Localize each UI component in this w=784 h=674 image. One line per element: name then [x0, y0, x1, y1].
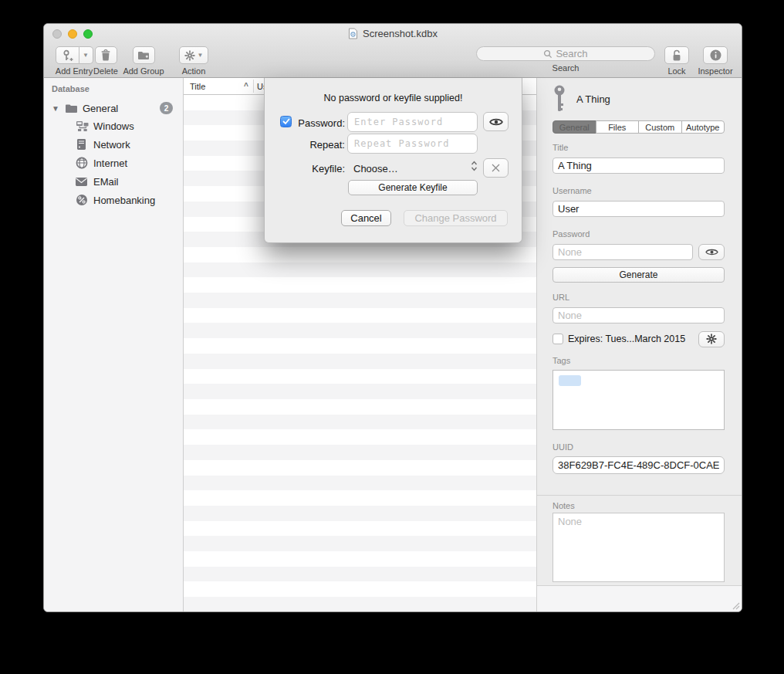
sheet-message: No password or keyfile supplied!: [265, 93, 522, 103]
search-group: Search Search: [476, 46, 655, 73]
url-label: URL: [553, 293, 725, 303]
lock-button[interactable]: [664, 46, 689, 64]
stepper-icon[interactable]: [471, 160, 478, 175]
add-entry-button[interactable]: ▼: [56, 46, 93, 64]
network-computers-icon: [76, 120, 89, 132]
keyfile-label: Keyfile:: [292, 163, 345, 174]
close-x-icon: [491, 163, 501, 173]
info-icon: [710, 49, 721, 61]
trash-icon: [100, 49, 111, 61]
tags-label: Tags: [553, 356, 725, 366]
lock-label: Lock: [667, 66, 685, 76]
action-group: ▼ Action: [172, 46, 215, 76]
window-title-area: Screenshot.kdbx: [44, 28, 742, 39]
password-field[interactable]: [553, 244, 693, 260]
notes-label: Notes: [553, 501, 725, 511]
disclosure-triangle-icon[interactable]: ▼: [52, 104, 59, 113]
sidebar-item-label: Windows: [93, 120, 134, 132]
sidebar-item-network[interactable]: Network: [44, 135, 183, 154]
column-divider[interactable]: [253, 80, 254, 93]
password-label: Password:: [292, 117, 345, 129]
notes-field[interactable]: None: [553, 513, 725, 582]
delete-label: Delete: [93, 66, 118, 76]
sidebar-item-label: General: [83, 103, 118, 114]
action-label: Action: [182, 66, 206, 76]
envelope-icon: [75, 177, 88, 187]
reveal-password-button[interactable]: [698, 244, 725, 260]
folder-icon: [65, 103, 78, 113]
tags-field[interactable]: [553, 370, 725, 430]
key-plus-icon: [61, 49, 73, 62]
expires-row: Expires: Tues...March 2015: [553, 331, 725, 347]
notes-placeholder: None: [558, 516, 582, 527]
generate-keyfile-button[interactable]: Generate Keyfile: [348, 180, 478, 195]
tag-token[interactable]: [559, 375, 581, 386]
expires-checkbox[interactable]: [553, 334, 563, 344]
tab-custom[interactable]: Custom: [638, 120, 682, 134]
sidebar-item-homebanking[interactable]: Homebanking: [44, 191, 183, 209]
inspector-footer: [537, 585, 742, 611]
globe-icon: [76, 157, 88, 169]
window-title: Screenshot.kdbx: [363, 28, 438, 39]
username-field[interactable]: [553, 201, 725, 217]
cancel-button[interactable]: Cancel: [341, 210, 391, 226]
add-entry-label: Add Entry: [56, 66, 93, 76]
search-label: Search: [553, 63, 580, 73]
sidebar-item-windows[interactable]: Windows: [44, 117, 183, 135]
lock-group: Lock: [661, 46, 692, 76]
password-label: Password: [553, 229, 725, 239]
expires-options-button[interactable]: [698, 331, 725, 347]
gear-icon: [184, 50, 195, 61]
tab-files[interactable]: Files: [596, 120, 640, 134]
app-window: Screenshot.kdbx ▼ Add Entry: [43, 23, 742, 612]
entry-count-badge: 2: [160, 102, 173, 114]
sort-ascending-icon: ^: [244, 82, 248, 90]
search-icon: [543, 49, 553, 59]
username-label: Username: [553, 186, 725, 196]
entry-title: A Thing: [576, 93, 610, 105]
reveal-password-button[interactable]: [483, 112, 509, 131]
clear-keyfile-button[interactable]: [483, 158, 509, 178]
column-header-title[interactable]: Title: [190, 82, 205, 91]
add-group-group: Add Group: [120, 46, 167, 76]
generate-password-button[interactable]: Generate: [553, 267, 725, 283]
sidebar-section-header: Database: [52, 84, 90, 93]
action-chevron-icon: ▼: [198, 52, 204, 59]
sidebar-item-email[interactable]: EMail: [44, 172, 183, 191]
repeat-label: Repeat:: [292, 139, 345, 151]
resize-grip[interactable]: [731, 601, 740, 610]
sidebar-item-label: Internet: [93, 157, 127, 169]
inspector-group: Inspector: [692, 46, 738, 76]
expires-label: Expires: Tues...March 2015: [568, 334, 698, 344]
inspector-label: Inspector: [698, 66, 732, 76]
title-label: Title: [553, 143, 725, 153]
key-icon: [553, 85, 566, 113]
gear-icon: [706, 334, 717, 344]
title-field[interactable]: [553, 157, 725, 174]
uuid-field[interactable]: [553, 456, 725, 474]
search-input[interactable]: Search: [476, 46, 655, 61]
search-placeholder: Search: [556, 48, 587, 59]
notes-divider: [537, 495, 742, 496]
sidebar: Database ▼ General 2: [44, 78, 184, 611]
sidebar-item-general[interactable]: ▼ General 2: [44, 99, 183, 117]
delete-button[interactable]: [95, 46, 117, 64]
add-group-button[interactable]: [133, 46, 155, 64]
document-icon: [348, 28, 358, 39]
inspector-panel: A Thing General Files Custom Autotype Ti…: [536, 78, 742, 611]
delete-group: Delete: [90, 46, 121, 76]
repeat-password-field[interactable]: [347, 134, 478, 154]
tab-general[interactable]: General: [553, 120, 596, 134]
sidebar-item-label: Network: [93, 139, 130, 151]
percent-icon: [76, 194, 88, 206]
keyfile-popup[interactable]: Choose…: [353, 163, 398, 174]
action-button[interactable]: ▼: [179, 46, 208, 64]
password-checkbox[interactable]: [280, 116, 292, 127]
add-group-label: Add Group: [123, 66, 164, 76]
tab-autotype[interactable]: Autotype: [681, 120, 725, 134]
sidebar-item-internet[interactable]: Internet: [44, 154, 183, 172]
change-password-button[interactable]: Change Password: [404, 210, 508, 226]
url-field[interactable]: [553, 307, 725, 323]
inspector-button[interactable]: [703, 46, 728, 64]
enter-password-field[interactable]: [347, 112, 478, 132]
